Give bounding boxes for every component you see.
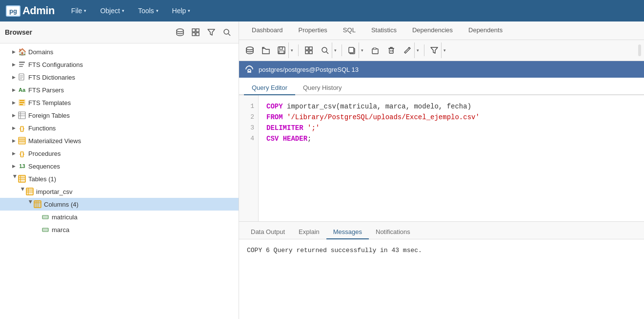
sidebar-grid-icon[interactable] bbox=[189, 25, 202, 39]
tree-label: importar_csv bbox=[36, 188, 72, 195]
svg-rect-8 bbox=[19, 62, 25, 63]
tree-item-mat-views[interactable]: ▶ Materialized Views bbox=[0, 134, 239, 147]
svg-rect-37 bbox=[34, 201, 41, 208]
procedures-icon: {} bbox=[18, 149, 26, 158]
tab-dashboard[interactable]: Dashboard bbox=[244, 22, 291, 39]
tab-messages[interactable]: Messages bbox=[326, 225, 369, 239]
tab-properties[interactable]: Properties bbox=[291, 22, 335, 39]
tree-arrow: ▶ bbox=[10, 124, 18, 132]
column-icon bbox=[41, 225, 50, 234]
toolbar-search-button[interactable]: ▾ bbox=[318, 42, 339, 59]
bottom-tabs: Data Output Explain Messages Notificatio… bbox=[239, 222, 644, 239]
svg-line-7 bbox=[228, 34, 230, 36]
tree-item-marca[interactable]: ▶ marca bbox=[0, 223, 239, 236]
save-icon bbox=[275, 43, 288, 58]
svg-marker-5 bbox=[208, 29, 215, 35]
sidebar-filter-icon[interactable] bbox=[204, 25, 218, 39]
tree-item-fts-parsers[interactable]: ▶ Aa FTS Parsers bbox=[0, 84, 239, 96]
tree-label: Foreign Tables bbox=[28, 112, 70, 119]
sequences-icon: 1.3 bbox=[18, 162, 26, 170]
tab-query-history[interactable]: Query History bbox=[295, 81, 349, 95]
tree-arrow: ▶ bbox=[10, 111, 18, 119]
filter-icon bbox=[427, 43, 441, 58]
svg-rect-27 bbox=[19, 175, 25, 182]
svg-rect-19 bbox=[19, 112, 25, 119]
toolbar-edit-button[interactable]: ▾ bbox=[400, 42, 422, 59]
tab-notifications[interactable]: Notifications bbox=[369, 225, 417, 239]
toolbar-db-button[interactable] bbox=[242, 43, 258, 58]
code-content[interactable]: COPY importar_csv(matricula, marca, mode… bbox=[259, 95, 644, 221]
tree-item-columns[interactable]: ▶ Columns (4) bbox=[0, 198, 239, 211]
toolbar-scroll-indicator bbox=[638, 44, 641, 56]
fts-parsers-icon: Aa bbox=[18, 85, 26, 94]
tree-arrow: ▶ bbox=[10, 48, 18, 56]
importar-csv-icon bbox=[25, 187, 34, 196]
nav-tools[interactable]: Tools ▾ bbox=[133, 5, 163, 17]
tree-arrow: ▶ bbox=[10, 149, 18, 157]
save-dropdown-arrow[interactable]: ▾ bbox=[288, 43, 295, 58]
tab-statistics[interactable]: Statistics bbox=[363, 22, 404, 39]
query-tabs: Query Editor Query History bbox=[239, 78, 644, 95]
right-panel: Dashboard Properties SQL Statistics Depe… bbox=[239, 21, 644, 319]
svg-rect-52 bbox=[305, 51, 308, 54]
logo-icon: pg bbox=[6, 5, 20, 17]
tree-item-fts-templates[interactable]: ▶ FTS Templates bbox=[0, 96, 239, 109]
nav-help[interactable]: Help ▾ bbox=[167, 5, 196, 17]
tree-label: Domains bbox=[28, 48, 53, 56]
tree-item-sequences[interactable]: ▶ 1.3 Sequences bbox=[0, 160, 239, 172]
tree-item-domains[interactable]: ▶ 🏠 Domains bbox=[0, 45, 239, 58]
chevron-down-icon: ▾ bbox=[84, 8, 86, 13]
tab-dependents[interactable]: Dependents bbox=[461, 22, 510, 39]
tree-item-procedures[interactable]: ▶ {} Procedures bbox=[0, 147, 239, 160]
connection-icon bbox=[244, 64, 255, 75]
toolbar-grid-button[interactable] bbox=[301, 43, 317, 58]
code-editor[interactable]: 1 2 3 4 COPY importar_csv(matricula, mar… bbox=[239, 95, 644, 221]
logo: pg Admin bbox=[6, 4, 55, 17]
domains-icon: 🏠 bbox=[18, 47, 26, 56]
tab-sql[interactable]: SQL bbox=[335, 22, 363, 39]
sidebar-search-icon[interactable] bbox=[220, 25, 234, 39]
svg-rect-50 bbox=[305, 47, 308, 50]
tree-item-matricula[interactable]: ▶ matricula bbox=[0, 211, 239, 223]
toolbar-paste-button[interactable] bbox=[367, 43, 382, 58]
search-dropdown-arrow[interactable]: ▾ bbox=[332, 43, 339, 58]
toolbar-delete-button[interactable] bbox=[383, 43, 399, 58]
nav-object[interactable]: Object ▾ bbox=[95, 5, 129, 17]
tree-label: Tables (1) bbox=[28, 175, 56, 183]
bottom-panel: Data Output Explain Messages Notificatio… bbox=[239, 221, 644, 319]
svg-rect-59 bbox=[373, 48, 376, 49]
svg-rect-51 bbox=[309, 47, 312, 50]
search-icon bbox=[318, 43, 332, 58]
sidebar-db-icon[interactable] bbox=[173, 25, 187, 39]
tree-item-fts-dict[interactable]: ▶ FTS Dictionaries bbox=[0, 71, 239, 84]
nav-file[interactable]: File ▾ bbox=[66, 5, 92, 17]
foreign-tables-icon bbox=[18, 111, 26, 120]
tree-label: Functions bbox=[28, 125, 56, 132]
edit-dropdown-arrow[interactable]: ▾ bbox=[414, 43, 421, 58]
svg-rect-53 bbox=[309, 51, 312, 54]
toolbar-open-button[interactable] bbox=[259, 42, 273, 59]
tree-item-functions[interactable]: ▶ {} Functions bbox=[0, 122, 239, 134]
toolbar-copy-button[interactable]: ▾ bbox=[344, 42, 366, 59]
tree-item-fts-config[interactable]: ▶ FTS Configurations bbox=[0, 58, 239, 71]
toolbar-save-button[interactable]: ▾ bbox=[274, 42, 296, 59]
open-icon bbox=[259, 43, 273, 58]
toolbar-filter-button[interactable]: ▾ bbox=[427, 42, 448, 59]
edit-icon bbox=[401, 43, 414, 58]
copy-dropdown-arrow[interactable]: ▾ bbox=[359, 43, 365, 58]
tab-dependencies[interactable]: Dependencies bbox=[404, 22, 461, 39]
top-tabs: Dashboard Properties SQL Statistics Depe… bbox=[239, 21, 644, 40]
tab-query-editor[interactable]: Query Editor bbox=[244, 81, 295, 95]
connection-text: postgres/postgres@PostgreSQL 13 bbox=[259, 66, 359, 73]
tab-data-output[interactable]: Data Output bbox=[244, 225, 292, 239]
tree-item-foreign-tables[interactable]: ▶ Foreign Tables bbox=[0, 109, 239, 122]
svg-point-54 bbox=[322, 47, 327, 52]
column-icon bbox=[41, 213, 50, 221]
svg-rect-32 bbox=[26, 188, 33, 195]
query-area: Query Editor Query History 1 2 3 4 COPY … bbox=[239, 78, 644, 221]
tab-explain[interactable]: Explain bbox=[292, 225, 326, 239]
tree-item-tables[interactable]: ▶ Tables (1) bbox=[0, 172, 239, 185]
filter-dropdown-arrow[interactable]: ▾ bbox=[441, 43, 448, 58]
tree-item-importar-csv[interactable]: ▶ importar_csv bbox=[0, 185, 239, 198]
svg-rect-1 bbox=[192, 29, 195, 32]
